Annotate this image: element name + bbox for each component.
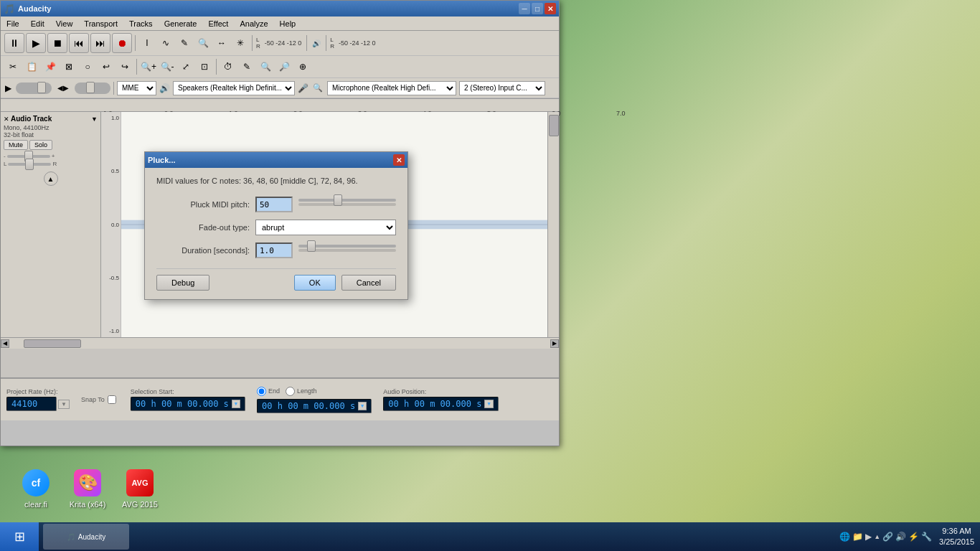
zoom-tool[interactable]: 🔍 <box>194 34 212 52</box>
tray-explorer[interactable]: 📁 <box>852 532 863 542</box>
length-label: Length <box>297 387 317 395</box>
input-channels-select[interactable]: 2 (Stereo) Input C... <box>459 81 545 95</box>
pitch-slider[interactable] <box>298 199 396 202</box>
taskbar-tray: 🌐 📁 ▶ ▲ 🔗 🔊 ⚡ 🔧 9:36 AM 3/25/2015 <box>834 526 980 548</box>
pause-button[interactable]: ⏸ <box>4 33 24 53</box>
track-menu-btn[interactable]: ▼ <box>91 116 98 123</box>
ok-button[interactable]: OK <box>294 275 336 291</box>
duration-slider[interactable] <box>298 245 396 248</box>
tray-volume[interactable]: 🔊 <box>895 532 906 542</box>
scroll-left-btn[interactable]: ◀ <box>1 339 9 348</box>
end-radio[interactable] <box>257 387 266 396</box>
play-button[interactable]: ▶ <box>26 33 46 53</box>
speed-slider[interactable] <box>75 83 110 94</box>
tray-battery[interactable]: ⚡ <box>908 532 919 542</box>
collapse-track[interactable]: ▲ <box>44 171 58 186</box>
dialog-body: MIDI values for C notes: 36, 48, 60 [mid… <box>145 168 407 299</box>
undo-button[interactable]: ↩ <box>98 58 115 75</box>
snap-to-checkbox[interactable] <box>108 395 116 404</box>
volume-slider[interactable] <box>16 83 52 94</box>
horizontal-scrollbar[interactable]: ◀ ▶ <box>1 337 559 349</box>
copy-button[interactable]: 📋 <box>23 58 40 75</box>
speaker-icon: 🔊 <box>159 83 170 93</box>
track-close-btn[interactable]: ✕ <box>4 116 9 123</box>
sep <box>113 82 114 95</box>
input-device-select[interactable]: Microphone (Realtek High Defi... <box>327 81 456 95</box>
tray-arrow[interactable]: ▲ <box>874 533 880 540</box>
fade-row: Fade-out type: abrupt gradual <box>156 220 396 235</box>
track-mute-solo: Mute Solo <box>4 140 98 150</box>
length-radio[interactable] <box>286 387 295 396</box>
cut-button[interactable]: ✂ <box>4 58 22 75</box>
menu-file[interactable]: File <box>1 17 25 30</box>
paste-button[interactable]: 📌 <box>42 58 59 75</box>
zoom-3[interactable]: 🔎 <box>275 58 293 75</box>
taskbar-audacity[interactable]: 🎵Audacity <box>43 524 129 550</box>
timeshift-tool[interactable]: ↔ <box>213 34 230 52</box>
mute-button[interactable]: Mute <box>4 140 28 150</box>
end-arrow[interactable]: ▼ <box>358 402 367 410</box>
start-button[interactable]: ⊞ <box>0 522 39 551</box>
tray-ie[interactable]: 🌐 <box>839 532 850 542</box>
timer-btn[interactable]: ⏱ <box>220 58 237 75</box>
volume-slider-track[interactable] <box>7 155 50 158</box>
menu-tracks[interactable]: Tracks <box>123 17 159 30</box>
project-rate-dropdown[interactable]: ▼ <box>58 400 70 409</box>
scrollbar-handle[interactable] <box>24 339 81 348</box>
record-button[interactable]: ⏺ <box>112 33 132 53</box>
multi-tool[interactable]: ✳ <box>232 34 249 52</box>
scroll-right-btn[interactable]: ▶ <box>550 339 559 348</box>
pan-slider-track[interactable] <box>8 163 51 166</box>
envelope-tool[interactable]: ∿ <box>157 34 174 52</box>
debug-button[interactable]: Debug <box>156 275 209 291</box>
tray-tools[interactable]: 🔧 <box>921 532 932 542</box>
window-title-text: Audacity <box>18 4 51 13</box>
menu-help[interactable]: Help <box>274 17 302 30</box>
desktop-icon-krita[interactable]: 🎨 Krita (x64) <box>59 466 116 512</box>
sel-start-arrow[interactable]: ▼ <box>232 400 240 408</box>
zoom-2[interactable]: 🔍 <box>257 58 274 75</box>
tray-media[interactable]: ▶ <box>865 532 872 542</box>
desktop-icon-clearfi[interactable]: cf clear.fi <box>7 466 65 512</box>
audio-position-value: 00 h 00 m 00.000 s ▼ <box>383 397 498 411</box>
menu-transport[interactable]: Transport <box>78 17 123 30</box>
tray-network[interactable]: 🔗 <box>882 532 893 542</box>
minimize-button[interactable]: ─ <box>519 3 530 14</box>
duration-input[interactable] <box>255 242 293 258</box>
zoom-4[interactable]: ⊕ <box>294 58 311 75</box>
zoom-fit[interactable]: ⤢ <box>177 58 194 75</box>
fade-select[interactable]: abrupt gradual <box>255 220 396 235</box>
skip-back-button[interactable]: ⏮ <box>69 33 89 53</box>
zoom-in[interactable]: 🔍+ <box>140 58 157 75</box>
menu-edit[interactable]: Edit <box>25 17 50 30</box>
skip-forward-button[interactable]: ⏭ <box>90 33 110 53</box>
draw-tool[interactable]: ✎ <box>176 34 193 52</box>
output-device-select[interactable]: Speakers (Realtek High Definit... <box>173 81 295 95</box>
stop-button[interactable]: ⏹ <box>47 33 67 53</box>
dialog-close-button[interactable]: ✕ <box>393 154 405 166</box>
pitch-input[interactable] <box>255 197 293 212</box>
solo-button[interactable]: Solo <box>29 140 52 150</box>
menu-generate[interactable]: Generate <box>159 17 203 30</box>
cancel-button[interactable]: Cancel <box>341 275 396 291</box>
silence-button[interactable]: ○ <box>79 58 96 75</box>
maximize-button[interactable]: □ <box>532 3 543 14</box>
menu-analyze[interactable]: Analyze <box>234 17 273 30</box>
redo-button[interactable]: ↪ <box>116 58 133 75</box>
menu-view[interactable]: View <box>50 17 79 30</box>
audio-pos-arrow[interactable]: ▼ <box>484 400 493 408</box>
menu-effect[interactable]: Effect <box>203 17 235 30</box>
desktop-icon-avg[interactable]: AVG AVG 2015 <box>111 466 169 512</box>
playback-meter[interactable]: 🔊 <box>309 39 324 47</box>
host-select[interactable]: MME <box>117 81 156 95</box>
select-tool[interactable]: I <box>138 34 156 52</box>
track-controls: ✕ Audio Track ▼ Mono, 44100Hz 32-bit flo… <box>1 112 101 337</box>
zoom-sel[interactable]: ⊡ <box>196 58 213 75</box>
draw-tool-2[interactable]: ✎ <box>238 58 255 75</box>
trim-button[interactable]: ⊠ <box>60 58 77 75</box>
zoom-out[interactable]: 🔍- <box>159 58 176 75</box>
volume-pan-controls: - + L R ▲ <box>4 153 98 186</box>
scrollbar-thumb[interactable] <box>549 115 559 136</box>
close-button[interactable]: ✕ <box>545 3 556 14</box>
vertical-scrollbar[interactable] <box>547 112 559 337</box>
